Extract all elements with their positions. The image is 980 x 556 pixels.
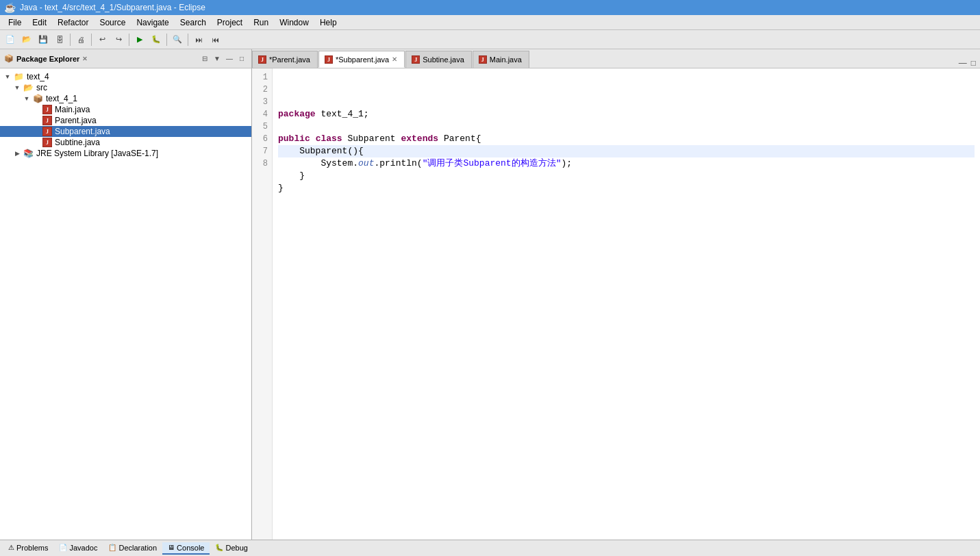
line-number: 7 xyxy=(256,145,268,157)
editor-tab-subtine_java[interactable]: JSubtine.java xyxy=(405,51,472,68)
toolbar-btn-debug[interactable]: 🐛 xyxy=(149,32,164,47)
editor-area: J*Parent.javaJ*Subparent.java✕JSubtine.j… xyxy=(252,49,980,540)
tab-close-btn[interactable]: ✕ xyxy=(392,55,397,63)
toolbar-sep-4 xyxy=(166,34,167,46)
tree-arrow: ▶ xyxy=(12,150,22,157)
menu-item-help[interactable]: Help xyxy=(314,16,342,29)
line-number: 2 xyxy=(256,84,268,96)
code-content[interactable]: package text_4_1; public class Subparent… xyxy=(273,68,980,540)
code-line[interactable]: System.out.println("调用子类Subparent的构造方法")… xyxy=(278,157,975,170)
tree-item-subtine_java[interactable]: JSubtine.java xyxy=(0,137,251,148)
line-number: 5 xyxy=(256,121,268,133)
sidebar-collapse-btn[interactable]: ⊟ xyxy=(199,53,210,64)
line-number: 4 xyxy=(256,108,268,121)
bottom-tab-icon: 📋 xyxy=(108,544,116,551)
toolbar-sep-3 xyxy=(129,34,129,46)
tab-java-icon: J xyxy=(258,55,266,64)
tree-item-parent_java[interactable]: JParent.java xyxy=(0,115,251,126)
toolbar-sep-2 xyxy=(91,34,92,46)
line-number: 6 xyxy=(256,133,268,145)
toolbar-btn-save[interactable]: 💾 xyxy=(36,32,51,47)
tab-minimize-btn[interactable]: — xyxy=(957,58,968,68)
bottom-tab-declaration[interactable]: 📋Declaration xyxy=(103,542,162,555)
toolbar-btn-print[interactable]: 🖨 xyxy=(73,32,88,47)
main-layout: 📦 Package Explorer ✕ ⊟ ▼ — □ ▼📁text_4▼📂s… xyxy=(0,49,980,540)
editor-tab-_subparent_java[interactable]: J*Subparent.java✕ xyxy=(318,51,405,68)
toolbar-btn-prev[interactable]: ⏮ xyxy=(208,32,223,47)
tree-label: Main.java xyxy=(55,105,90,114)
tree-label: Subparent.java xyxy=(55,127,110,136)
toolbar-btn-next[interactable]: ⏭ xyxy=(191,32,206,47)
bottom-tab-icon: 🐛 xyxy=(215,544,223,551)
menu-item-window[interactable]: Window xyxy=(274,16,314,29)
menu-item-run[interactable]: Run xyxy=(248,16,274,29)
bottom-tab-javadoc[interactable]: 📄Javadoc xyxy=(53,542,103,555)
code-line[interactable]: } xyxy=(278,182,975,194)
code-line[interactable]: Subparent(){ xyxy=(278,145,975,157)
editor-tab-main_java[interactable]: JMain.java xyxy=(473,51,529,68)
toolbar: 📄 📂 💾 🗄 🖨 ↩ ↪ ▶ 🐛 🔍 ⏭ ⏮ xyxy=(0,30,980,49)
tree-item-text_4[interactable]: ▼📁text_4 xyxy=(0,71,251,82)
tab-java-icon: J xyxy=(325,55,333,64)
toolbar-btn-open[interactable]: 📂 xyxy=(19,32,34,47)
tree-icon: J xyxy=(42,116,52,125)
tab-label: *Subparent.java xyxy=(336,55,389,64)
tree-label: text_4_1 xyxy=(46,94,77,103)
code-line[interactable]: public class Subparent extends Parent{ xyxy=(278,133,975,145)
menu-item-search[interactable]: Search xyxy=(175,16,212,29)
tab-right-controls: — □ xyxy=(955,58,980,68)
tab-java-icon: J xyxy=(412,55,420,64)
sidebar-minimize-btn[interactable]: — xyxy=(224,53,235,64)
toolbar-btn-new[interactable]: 📄 xyxy=(3,32,18,47)
bottom-tab-icon: ⚠ xyxy=(8,544,14,551)
code-line[interactable] xyxy=(278,121,975,133)
menu-item-refactor[interactable]: Refactor xyxy=(52,16,94,29)
tab-label: Subtine.java xyxy=(423,55,464,64)
bottom-tab-icon: 📄 xyxy=(59,544,67,551)
toolbar-sep-5 xyxy=(188,34,188,46)
tab-bar: J*Parent.javaJ*Subparent.java✕JSubtine.j… xyxy=(252,49,980,68)
tab-maximize-btn[interactable]: □ xyxy=(970,58,977,68)
editor-tab-_parent_java[interactable]: J*Parent.java xyxy=(252,51,318,68)
toolbar-btn-undo[interactable]: ↩ xyxy=(95,32,110,47)
tree-item-subparent_java[interactable]: JSubparent.java xyxy=(0,126,251,137)
toolbar-btn-saveall[interactable]: 🗄 xyxy=(52,32,67,47)
tree-label: src xyxy=(36,83,47,92)
code-line[interactable]: package text_4_1; xyxy=(278,108,975,121)
tree-item-jre_system_library__javase_1_7_[interactable]: ▶📚JRE System Library [JavaSE-1.7] xyxy=(0,148,251,159)
sidebar-close-icon[interactable]: ✕ xyxy=(82,55,88,62)
sidebar-title: Package Explorer xyxy=(16,55,79,63)
line-number: 3 xyxy=(256,96,268,108)
menu-item-navigate[interactable]: Navigate xyxy=(131,16,174,29)
tab-label: *Parent.java xyxy=(269,55,310,64)
bottom-tabs: ⚠Problems📄Javadoc📋Declaration🖥Console🐛De… xyxy=(0,540,980,556)
bottom-tab-problems[interactable]: ⚠Problems xyxy=(3,542,53,555)
toolbar-btn-search[interactable]: 🔍 xyxy=(170,32,185,47)
toolbar-sep-1 xyxy=(70,34,71,46)
menu-item-file[interactable]: File xyxy=(3,16,27,29)
bottom-tab-debug[interactable]: 🐛Debug xyxy=(210,542,253,555)
menu-item-edit[interactable]: Edit xyxy=(27,16,52,29)
bottom-tab-label: Problems xyxy=(16,544,48,552)
tree-icon: J xyxy=(42,138,52,147)
tree-item-src[interactable]: ▼📂src xyxy=(0,82,251,93)
bottom-tab-console[interactable]: 🖥Console xyxy=(162,542,210,555)
sidebar-maximize-btn[interactable]: □ xyxy=(236,53,247,64)
tree-item-main_java[interactable]: JMain.java xyxy=(0,104,251,115)
tree-item-text_4_1[interactable]: ▼📦text_4_1 xyxy=(0,93,251,104)
code-line[interactable]: } xyxy=(278,170,975,182)
tree-arrow: ▼ xyxy=(22,95,32,102)
sidebar-menu-btn[interactable]: ▼ xyxy=(212,53,223,64)
title-bar: ☕ Java - text_4/src/text_4_1/Subparent.j… xyxy=(0,0,980,15)
code-line[interactable] xyxy=(278,194,975,207)
tree-label: Parent.java xyxy=(55,116,97,125)
bottom-tab-label: Declaration xyxy=(118,544,157,552)
toolbar-btn-redo[interactable]: ↪ xyxy=(111,32,126,47)
menu-item-project[interactable]: Project xyxy=(212,16,248,29)
sidebar-tree: ▼📁text_4▼📂src▼📦text_4_1JMain.javaJParent… xyxy=(0,68,251,540)
toolbar-btn-run[interactable]: ▶ xyxy=(132,32,147,47)
sidebar-header-title: 📦 Package Explorer ✕ xyxy=(4,54,88,63)
tree-icon: J xyxy=(42,105,52,114)
code-editor[interactable]: 12345678 package text_4_1; public class … xyxy=(252,68,980,540)
menu-item-source[interactable]: Source xyxy=(94,16,131,29)
